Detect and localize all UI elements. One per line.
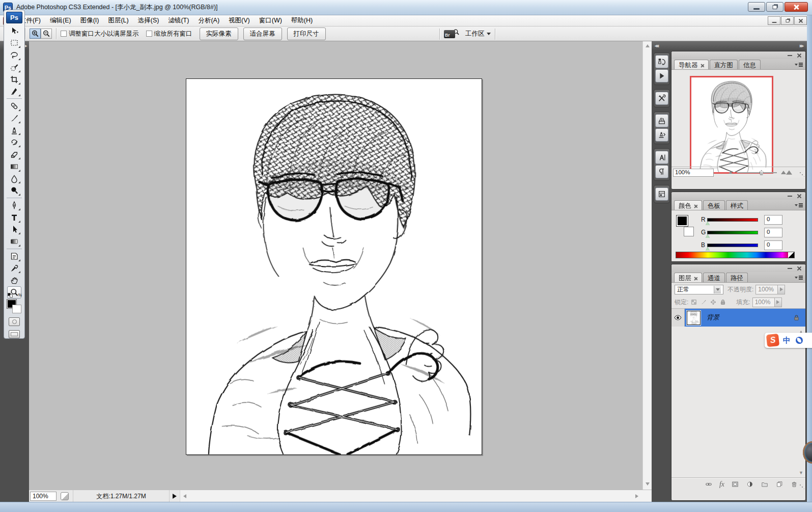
close-panel-icon[interactable] (797, 194, 801, 198)
tab-navigator[interactable]: 导航器 (674, 60, 709, 69)
ime-language-toggle[interactable]: 中 (783, 336, 791, 345)
green-slider-handle[interactable] (706, 234, 710, 238)
blue-slider[interactable] (707, 244, 758, 247)
workspace-dropdown-icon[interactable] (487, 33, 491, 35)
opacity-spinner[interactable] (778, 285, 785, 294)
menu-help[interactable]: 帮助(H) (287, 15, 317, 26)
new-layer-button[interactable] (775, 480, 783, 488)
scroll-down-icon[interactable] (646, 482, 650, 486)
blur-tool[interactable] (7, 173, 21, 185)
add-layer-mask-button[interactable] (731, 480, 739, 488)
tab-histogram[interactable]: 直方图 (710, 60, 738, 69)
blue-slider-handle[interactable] (706, 247, 710, 251)
tab-close-icon[interactable] (701, 64, 704, 67)
tab-channels[interactable]: 通道 (703, 273, 725, 282)
panel-resize-grip[interactable] (799, 484, 804, 489)
brushes-panel-button[interactable] (655, 114, 668, 127)
tab-close-icon[interactable] (694, 204, 697, 208)
layer-thumbnail[interactable] (687, 311, 701, 325)
new-group-button[interactable] (761, 480, 769, 488)
hand-tool[interactable] (7, 274, 21, 286)
actual-pixels-button[interactable]: 实际像素 (200, 28, 238, 40)
go-to-bridge-button[interactable]: Br (444, 30, 460, 38)
menu-image[interactable]: 图像(I) (76, 15, 104, 26)
brush-tool[interactable] (7, 112, 21, 124)
document-canvas[interactable] (29, 41, 642, 490)
tab-paths[interactable]: 路径 (726, 273, 748, 282)
status-zoom-field[interactable]: 100% (30, 492, 57, 501)
dodge-tool[interactable] (7, 184, 21, 197)
sogou-logo[interactable]: S (766, 334, 779, 347)
background-color-swatch[interactable] (684, 227, 694, 236)
fill-field[interactable]: 100% (752, 298, 775, 307)
canvas-horizontal-scrollbar[interactable] (180, 490, 652, 502)
close-panel-icon[interactable] (797, 266, 801, 271)
zoom-in-mode-button[interactable] (30, 29, 41, 39)
zoom-in-large-icon[interactable] (781, 171, 786, 174)
blend-mode-dropdown[interactable]: 正常 (675, 285, 723, 294)
canvas-vertical-scrollbar[interactable] (642, 41, 652, 490)
layer-visibility-toggle[interactable] (671, 309, 685, 327)
menu-select[interactable]: 选择(S) (133, 15, 164, 26)
minimize-panel-icon[interactable] (788, 268, 792, 269)
layer-row-background[interactable]: 背景 (671, 309, 805, 327)
panel-dock-header[interactable]: ◂◂ ▸▸ (652, 41, 807, 50)
background-color-swatch[interactable] (12, 305, 21, 313)
adjustment-layer-button[interactable] (746, 480, 754, 488)
actions-panel-button[interactable] (655, 69, 668, 83)
type-tool[interactable] (7, 211, 21, 224)
red-slider[interactable] (707, 218, 758, 222)
tab-info[interactable]: 信息 (739, 60, 761, 69)
navigator-thumbnail[interactable] (690, 76, 773, 174)
lock-transparency-icon[interactable] (690, 299, 697, 306)
default-colors-icon[interactable] (8, 293, 13, 298)
swap-colors-icon[interactable]: ⇆ (18, 292, 22, 298)
foreground-color-swatch[interactable] (677, 215, 688, 226)
layer-name[interactable]: 背景 (707, 313, 719, 322)
window-minimize-button[interactable] (748, 2, 765, 12)
menu-filter[interactable]: 滤镜(T) (163, 15, 193, 26)
lock-position-icon[interactable] (710, 299, 717, 306)
ime-fullhalf-icon[interactable] (796, 337, 803, 344)
layer-style-button[interactable]: fx (719, 480, 724, 489)
tab-swatches[interactable]: 色板 (703, 200, 725, 210)
character-panel-button[interactable] (655, 151, 668, 164)
menu-layer[interactable]: 图层(L) (103, 15, 133, 26)
green-value-field[interactable]: 0 (764, 228, 782, 237)
document-minimize-button[interactable] (768, 16, 780, 25)
history-brush-tool[interactable] (7, 136, 21, 148)
clone-source-panel-button[interactable] (655, 128, 668, 142)
slice-tool[interactable] (7, 86, 21, 98)
canvas-image-frame[interactable] (186, 78, 482, 455)
panel-resize-grip[interactable] (799, 172, 804, 177)
eyedropper-tool[interactable] (7, 262, 21, 275)
rectangle-shape-tool[interactable] (7, 235, 21, 248)
minimize-panel-icon[interactable] (788, 196, 792, 197)
print-size-button[interactable]: 打印尺寸 (287, 28, 326, 40)
clone-stamp-tool[interactable] (7, 124, 21, 137)
zoom-in-large-icon[interactable] (786, 170, 792, 174)
tab-styles[interactable]: 样式 (726, 200, 748, 210)
zoom-slider-handle[interactable] (760, 170, 764, 175)
red-value-field[interactable]: 0 (764, 215, 782, 225)
navigator-zoom-slider[interactable] (737, 172, 777, 173)
resize-windows-checkbox[interactable]: 调整窗口大小以满屏显示 (61, 30, 139, 38)
scroll-up-icon[interactable] (646, 44, 650, 47)
pen-tool[interactable] (7, 199, 21, 211)
notes-tool[interactable] (7, 250, 21, 262)
scroll-left-icon[interactable] (183, 494, 186, 498)
fit-screen-button[interactable]: 适合屏幕 (243, 28, 282, 40)
ps-logo[interactable]: Ps (6, 12, 22, 23)
minimize-panel-icon[interactable] (788, 55, 792, 56)
status-menu-arrow-icon[interactable] (173, 494, 177, 499)
lock-pixels-icon[interactable] (700, 299, 707, 306)
document-profile-icon[interactable] (61, 492, 69, 500)
color-spectrum-ramp[interactable] (676, 252, 795, 258)
zoom-all-windows-checkbox[interactable]: 缩放所有窗口 (146, 30, 192, 38)
lock-all-icon[interactable] (719, 299, 726, 306)
tool-presets-panel-button[interactable] (655, 92, 668, 105)
tab-color[interactable]: 颜色 (674, 200, 702, 210)
green-slider[interactable] (707, 231, 758, 234)
move-tool[interactable] (7, 25, 21, 37)
panel-menu-icon[interactable] (795, 202, 803, 208)
